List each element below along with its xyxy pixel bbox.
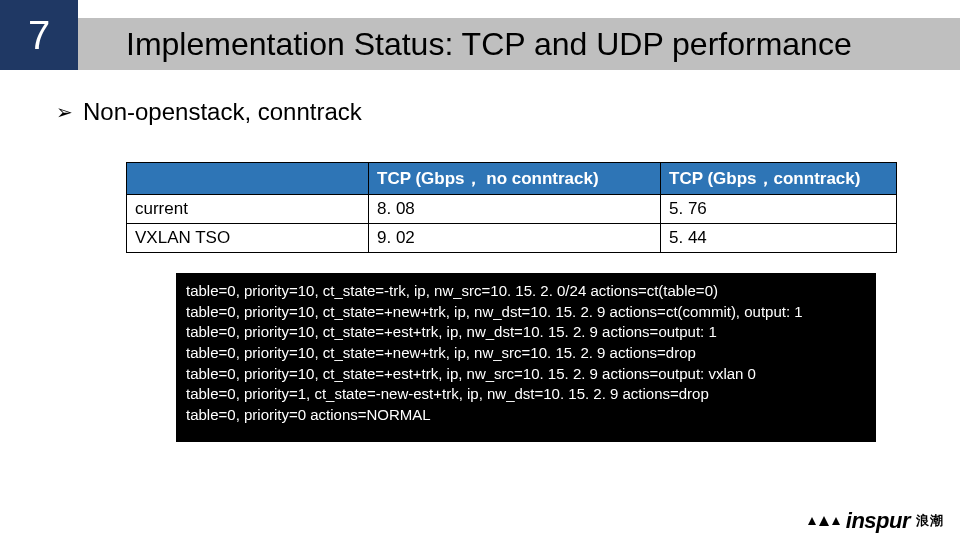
table-header-row: TCP (Gbps， no conntrack) TCP (Gbps，connt… <box>127 163 897 195</box>
bullet-text: Non-openstack, conntrack <box>83 98 362 126</box>
code-line: table=0, priority=10, ct_state=-trk, ip,… <box>186 281 866 302</box>
code-line: table=0, priority=0 actions=NORMAL <box>186 405 866 426</box>
table-header-blank <box>127 163 369 195</box>
table-row: current 8. 08 5. 76 <box>127 195 897 224</box>
table-row: VXLAN TSO 9. 02 5. 44 <box>127 224 897 253</box>
arrow-bullet-icon: ➢ <box>56 102 73 122</box>
row-conntrack: 5. 44 <box>661 224 897 253</box>
row-label: VXLAN TSO <box>127 224 369 253</box>
slide-content: ➢ Non-openstack, conntrack TCP (Gbps， no… <box>0 70 960 442</box>
table-header-conntrack: TCP (Gbps，conntrack) <box>661 163 897 195</box>
slide-header: 7 Implementation Status: TCP and UDP per… <box>0 0 960 70</box>
code-line: table=0, priority=10, ct_state=+est+trk,… <box>186 322 866 343</box>
slide-title: Implementation Status: TCP and UDP perfo… <box>78 18 960 70</box>
row-conntrack: 5. 76 <box>661 195 897 224</box>
logo-mark-icon <box>808 516 840 526</box>
bullet-line: ➢ Non-openstack, conntrack <box>56 98 904 126</box>
row-no-conntrack: 9. 02 <box>369 224 661 253</box>
code-line: table=0, priority=10, ct_state=+est+trk,… <box>186 364 866 385</box>
row-label: current <box>127 195 369 224</box>
performance-table: TCP (Gbps， no conntrack) TCP (Gbps，connt… <box>126 162 897 253</box>
row-no-conntrack: 8. 08 <box>369 195 661 224</box>
table-header-no-conntrack: TCP (Gbps， no conntrack) <box>369 163 661 195</box>
logo-cjk: 浪潮 <box>916 512 944 530</box>
brand-logo: inspur 浪潮 <box>808 508 944 534</box>
flow-rules-block: table=0, priority=10, ct_state=-trk, ip,… <box>176 273 876 442</box>
code-line: table=0, priority=10, ct_state=+new+trk,… <box>186 343 866 364</box>
logo-text: inspur <box>846 508 910 534</box>
slide-number: 7 <box>0 0 78 70</box>
code-line: table=0, priority=10, ct_state=+new+trk,… <box>186 302 866 323</box>
title-wrap: Implementation Status: TCP and UDP perfo… <box>78 0 960 70</box>
code-line: table=0, priority=1, ct_state=-new-est+t… <box>186 384 866 405</box>
